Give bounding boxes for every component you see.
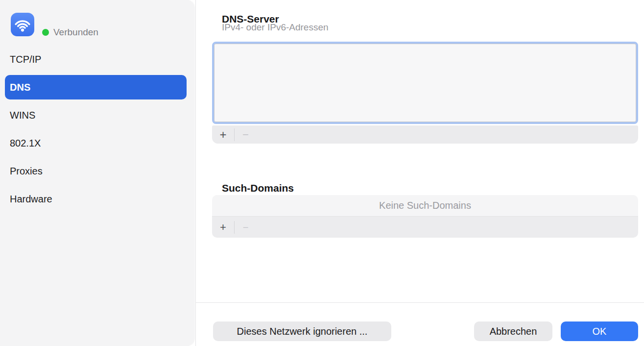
sidebar-item-label: DNS	[10, 82, 30, 93]
search-domains-list: Keine Such-Domains + −	[212, 195, 638, 238]
sidebar-content-divider	[195, 0, 196, 346]
sidebar-item-label: WINS	[10, 110, 35, 121]
sidebar-item-label: Proxies	[10, 166, 43, 177]
search-domains-empty-state: Keine Such-Domains	[212, 195, 638, 217]
sidebar-item-label: Hardware	[10, 194, 52, 205]
dns-server-list[interactable]	[212, 42, 638, 124]
sidebar-item-dns[interactable]: DNS	[5, 75, 187, 99]
search-domains-remove-button[interactable]: −	[235, 217, 257, 238]
search-domains-toolbar: + −	[212, 217, 638, 238]
dns-remove-button[interactable]: −	[235, 125, 257, 144]
sidebar-item-hardware[interactable]: Hardware	[5, 187, 187, 211]
sidebar-item-proxies[interactable]: Proxies	[5, 159, 187, 183]
network-settings-dialog: Verbunden TCP/IP DNS WINS 802.1X Proxies…	[0, 0, 644, 346]
sidebar-item-tcpip[interactable]: TCP/IP	[5, 47, 187, 72]
sidebar-item-label: 802.1X	[10, 138, 41, 149]
sidebar-nav: TCP/IP DNS WINS 802.1X Proxies Hardware	[5, 47, 187, 211]
sidebar: Verbunden TCP/IP DNS WINS 802.1X Proxies…	[0, 0, 194, 346]
sidebar-item-wins[interactable]: WINS	[5, 103, 187, 127]
sidebar-item-8021x[interactable]: 802.1X	[5, 131, 187, 155]
search-domains-title: Such-Domains	[222, 182, 294, 194]
search-domains-add-button[interactable]: +	[212, 217, 234, 238]
sidebar-item-label: TCP/IP	[10, 54, 41, 65]
connection-status: Verbunden	[42, 27, 98, 38]
dns-add-button[interactable]: +	[212, 125, 234, 144]
wifi-icon	[11, 13, 34, 36]
status-dot-icon	[42, 29, 49, 36]
ok-button[interactable]: OK	[561, 321, 638, 341]
dns-server-list-toolbar: + −	[212, 125, 638, 144]
cancel-button[interactable]: Abbrechen	[474, 321, 552, 341]
dns-server-subtitle: IPv4- oder IPv6-Adressen	[222, 22, 329, 33]
footer-divider	[196, 302, 644, 303]
ignore-network-button[interactable]: Dieses Netzwerk ignorieren ...	[213, 321, 391, 341]
connection-status-label: Verbunden	[53, 27, 98, 38]
